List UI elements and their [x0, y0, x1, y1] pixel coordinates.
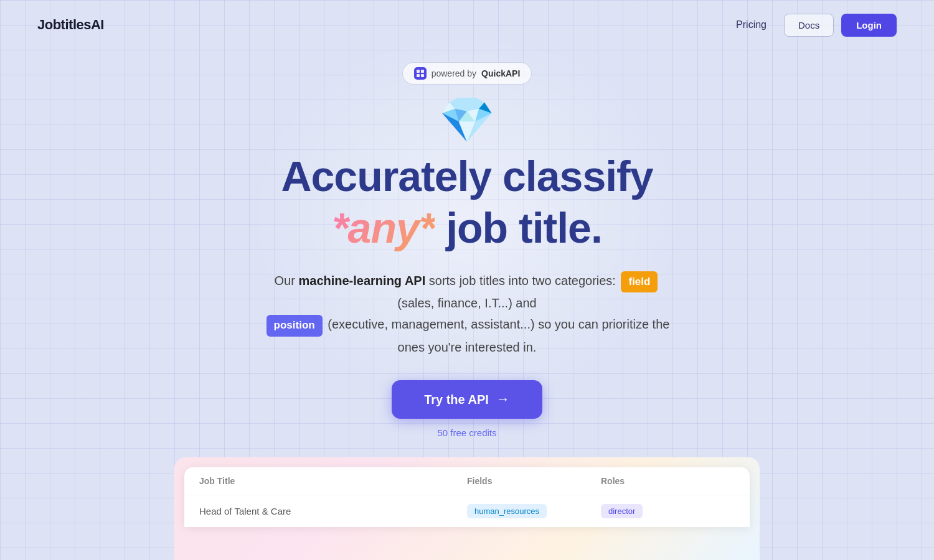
desc-position-example: (executive, management, assistant...) so…	[328, 317, 669, 354]
table-row: Head of Talent & Care human_resources di…	[184, 495, 750, 527]
role-tag: director	[601, 504, 643, 518]
desc-prefix: Our	[275, 274, 295, 287]
pricing-link[interactable]: Pricing	[726, 14, 776, 35]
table-cell-role: director	[601, 504, 735, 518]
hero-job-title-text	[435, 204, 446, 251]
table-col-fields: Fields	[467, 476, 601, 486]
docs-button[interactable]: Docs	[784, 14, 834, 37]
bottom-table-section: Job Title Fields Roles Head of Talent & …	[174, 457, 760, 560]
hero-description: Our machine-learning API sorts job title…	[255, 270, 679, 358]
table-cell-job-title: Head of Talent & Care	[199, 506, 467, 516]
powered-by-badge: powered by QuickAPI	[402, 62, 532, 85]
table-card: Job Title Fields Roles Head of Talent & …	[184, 467, 750, 527]
table-header: Job Title Fields Roles	[184, 467, 750, 495]
hero-job-title-word: job title.	[446, 204, 602, 251]
desc-field-example: (sales, finance, I.T...) and	[397, 296, 536, 310]
powered-by-text: powered by	[432, 68, 476, 78]
logo[interactable]: JobtitlesAI	[37, 17, 104, 33]
nav-links: Pricing Docs Login	[726, 14, 897, 37]
navbar: JobtitlesAI Pricing Docs Login	[0, 0, 934, 50]
main-content: powered by QuickAPI 💎 Accurately classif…	[0, 50, 934, 438]
cta-label: Try the API	[424, 393, 489, 407]
hero-heading-line2: *any* job title.	[332, 205, 602, 251]
position-badge: position	[267, 315, 323, 337]
svg-rect-0	[417, 70, 420, 73]
table-cell-field: human_resources	[467, 504, 601, 518]
svg-rect-1	[421, 70, 424, 73]
quickapi-logo-icon	[416, 69, 425, 78]
cta-button[interactable]: Try the API →	[392, 380, 542, 419]
free-credits-text: 50 free credits	[437, 427, 496, 438]
hero-heading-line1: Accurately classify	[281, 153, 653, 200]
desc-mid: sorts job titles into two categories:	[429, 274, 620, 287]
svg-rect-3	[421, 74, 424, 77]
field-tag: human_resources	[467, 504, 547, 518]
quickapi-icon	[414, 67, 427, 80]
hero-any-text: *any*	[332, 204, 435, 251]
cta-arrow-icon: →	[496, 391, 510, 408]
diamond-icon: 💎	[439, 97, 495, 142]
desc-bold: machine-learning API	[298, 274, 425, 287]
table-col-roles: Roles	[601, 476, 735, 486]
quickapi-brand: QuickAPI	[481, 68, 520, 78]
svg-rect-2	[417, 74, 420, 77]
table-col-job-title: Job Title	[199, 476, 467, 486]
field-badge: field	[621, 271, 658, 293]
login-button[interactable]: Login	[841, 14, 897, 37]
